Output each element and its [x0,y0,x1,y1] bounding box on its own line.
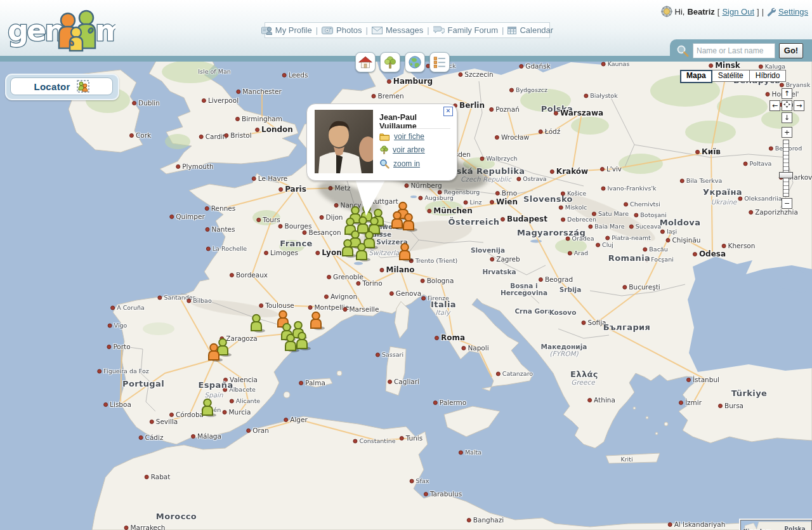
list-icon [433,55,447,69]
nav-item-photos[interactable]: Photos [318,25,365,35]
list-button[interactable] [429,52,450,72]
map-type-satélite[interactable]: Satélite [712,70,750,82]
map-type-switcher: MapaSatéliteHíbrido [680,70,786,83]
messages-icon [372,27,383,34]
sign-out-link[interactable]: Sign Out [722,7,754,17]
user-area: Hi, Beatriz [ Sign Out ] | Settings [661,6,808,17]
close-icon[interactable]: × [443,107,453,116]
person-marker-green[interactable] [295,331,311,350]
forum-icon [433,26,445,34]
person-marker-orange[interactable] [402,213,418,232]
zoom-slider-track[interactable] [783,140,789,197]
tree-icon [379,145,389,155]
zoom-slider-handle[interactable] [779,172,793,178]
pan-down-button[interactable]: ↓ [782,112,792,123]
person-marker-green[interactable] [249,314,266,333]
home-button[interactable] [355,52,376,72]
greeting-text: Hi, [675,7,685,17]
popup-link-zoom-in[interactable]: zoom in [379,159,425,169]
map-type-mapa[interactable]: Mapa [680,70,712,83]
username: Beatriz [687,7,714,17]
zoom-out-button[interactable]: − [782,198,792,209]
popup-link-voir-fiche[interactable]: voir fiche [379,132,425,141]
zoom-icon [379,159,390,169]
person-marker-green[interactable] [200,398,217,417]
photos-icon [322,26,333,34]
calendar-icon [508,26,516,34]
folder-icon [379,132,390,141]
map-mode-buttons [355,52,450,72]
pan-up-button[interactable]: ↑ [782,88,792,99]
popup-divider [379,128,450,129]
tree-icon [383,55,397,69]
map-type-híbrido[interactable]: Híbrido [750,70,787,82]
locator-panel: Locator [5,74,119,100]
tree-button[interactable] [380,52,400,72]
pan-left-button[interactable]: ← [769,100,780,111]
person-photo[interactable] [315,110,373,173]
locator-icon [77,80,89,93]
search-input[interactable] [693,43,775,58]
locator-label: Locator [34,81,70,92]
overview-minimap[interactable]: KingdomPolskaPolandDeutschlandGermanyFra… [740,520,812,530]
svg-text:gen: gen [8,13,63,48]
map-canvas[interactable]: DublinCorkIsle of ManManchesterLiverpool… [0,56,812,530]
genoom-logo[interactable]: gen m [6,3,115,57]
popup-tail [343,179,393,218]
zoom-in-button[interactable]: + [782,127,792,138]
popup-link-voir-arbre[interactable]: voir arbre [379,145,425,155]
pan-right-button[interactable]: → [794,100,804,111]
person-marker-green[interactable] [341,239,357,258]
genoom-map-page: { "header": { "logo_left": "gen", "logo_… [0,0,812,530]
settings-link[interactable]: Settings [778,7,808,17]
pan-center-button[interactable] [782,100,792,111]
wrench-icon [766,7,776,17]
person-marker-orange[interactable] [207,343,223,362]
minimap-label: Polska [784,526,805,530]
svg-text:m: m [95,13,115,48]
globe-icon [408,55,422,69]
globe-button[interactable] [405,52,425,72]
search-bar: Go! [670,39,812,62]
person-info-popup: Jean-Paul Vuillaume × voir fichevoir arb… [306,103,457,181]
person-marker-orange[interactable] [398,242,414,262]
home-icon [358,55,372,69]
locator-button[interactable]: Locator [10,77,113,95]
nav-item-my-profile[interactable]: My Profile [258,25,316,35]
profile-icon [261,26,272,35]
person-marker-orange[interactable] [309,311,325,330]
main-navigation: My Profile|Photos|Messages|Family Forum|… [265,22,550,38]
nav-item-messages[interactable]: Messages [368,25,427,35]
go-button[interactable]: Go! [779,43,803,58]
avatar-icon [661,6,672,17]
popup-links: voir fichevoir arbrezoom in [379,132,425,169]
search-icon [676,44,689,57]
nav-item-calendar[interactable]: Calendar [504,25,557,35]
nav-item-family-forum[interactable]: Family Forum [429,25,502,35]
